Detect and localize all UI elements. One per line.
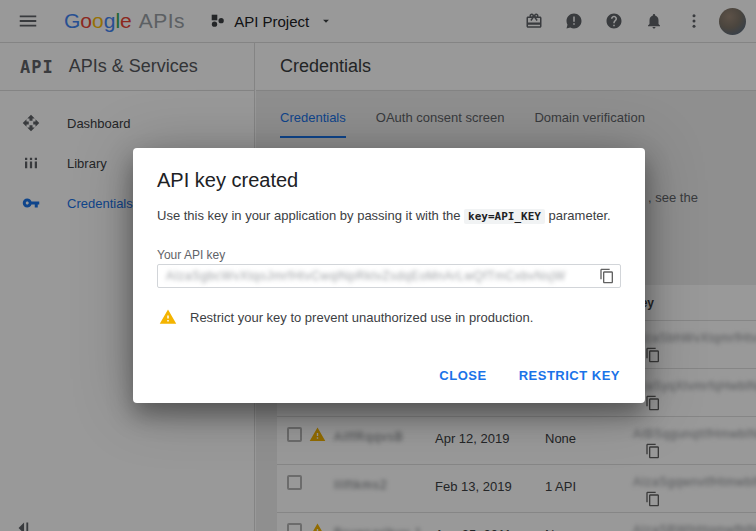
dialog-body-prefix: Use this key in your application by pass… xyxy=(157,208,464,223)
dialog-warning: Restrict your key to prevent unauthorize… xyxy=(159,308,533,326)
api-key-field-label: Your API key xyxy=(157,248,225,262)
api-key-created-dialog: API key created Use this key in your app… xyxy=(133,148,645,403)
api-key-parameter-code: key=API_KEY xyxy=(464,209,545,224)
app-window: Google APIs API Project xyxy=(0,0,756,531)
copy-icon[interactable] xyxy=(599,268,615,284)
dialog-body: Use this key in your application by pass… xyxy=(157,208,617,223)
warning-text: Restrict your key to prevent unauthorize… xyxy=(190,310,533,325)
dialog-title: API key created xyxy=(157,169,298,192)
warning-icon xyxy=(159,308,177,326)
api-key-field[interactable]: AIzaSgbcWvXtqoJmrfHtvCwqlNpRktvZsdqEoMnA… xyxy=(157,264,621,288)
close-button[interactable]: CLOSE xyxy=(428,359,497,392)
dialog-actions: CLOSE RESTRICT KEY xyxy=(418,359,631,392)
dialog-body-suffix: parameter. xyxy=(545,208,611,223)
masked-api-key-value: AIzaSgbcWvXtqoJmrfHtvCwqlNpRktvZsdqEoMnA… xyxy=(166,269,566,283)
restrict-key-button[interactable]: RESTRICT KEY xyxy=(508,359,631,392)
